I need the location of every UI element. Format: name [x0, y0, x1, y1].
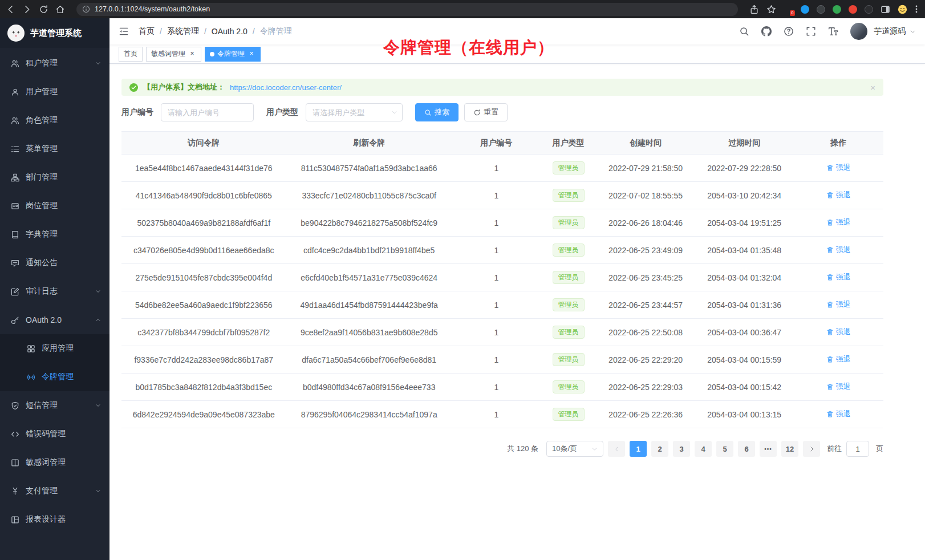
- force-logout-button[interactable]: 强退: [826, 382, 851, 392]
- sidebar-item-dict[interactable]: 字典管理: [0, 220, 109, 249]
- delete-icon: [826, 246, 834, 254]
- github-icon[interactable]: [761, 26, 772, 36]
- profile-avatar-icon[interactable]: [898, 5, 907, 14]
- user-type-select[interactable]: [306, 103, 403, 121]
- search-button[interactable]: 搜索: [415, 103, 459, 121]
- side-panel-icon[interactable]: [881, 5, 890, 14]
- sidebar-item-label: 应用管理: [42, 343, 102, 354]
- user-id-input[interactable]: [161, 103, 254, 121]
- sidebar-item-oauth2-app[interactable]: 应用管理: [0, 334, 109, 363]
- sidebar-item-role[interactable]: 角色管理: [0, 106, 109, 135]
- close-icon[interactable]: ×: [870, 83, 875, 92]
- sidebar-item-post[interactable]: 岗位管理: [0, 192, 109, 220]
- menu-fold-icon[interactable]: [119, 26, 129, 36]
- info-icon[interactable]: [82, 5, 90, 13]
- breadcrumb-separator: /: [253, 27, 255, 36]
- sidebar-item-oauth2-token[interactable]: 令牌管理: [0, 363, 109, 391]
- sidebar-item-sensitive-word[interactable]: 敏感词管理: [0, 448, 109, 477]
- search-icon[interactable]: [739, 26, 749, 36]
- sidebar-item-dept[interactable]: 部门管理: [0, 163, 109, 192]
- access-token-cell: 502375b8040a469a9b82188afdf6af1f: [121, 209, 286, 237]
- sidebar-item-pay[interactable]: 支付管理: [0, 477, 109, 505]
- tab-token[interactable]: 令牌管理 ×: [205, 47, 261, 62]
- back-icon[interactable]: [6, 5, 15, 14]
- extension-dark-icon[interactable]: [817, 5, 825, 14]
- goto-page-input[interactable]: [846, 441, 869, 457]
- force-logout-button[interactable]: 强退: [826, 327, 851, 337]
- sidebar-menu: 租户管理 用户管理 角色管理 菜单管理 部门管理 岗位管理: [0, 48, 109, 560]
- search-icon: [424, 109, 432, 116]
- font-size-icon[interactable]: [828, 26, 838, 36]
- force-logout-button[interactable]: 强退: [826, 163, 851, 173]
- close-icon[interactable]: ×: [248, 50, 255, 58]
- tab-sensitive-word[interactable]: 敏感词管理 ×: [146, 47, 201, 62]
- sidebar-item-tenant[interactable]: 租户管理: [0, 49, 109, 78]
- extension-badge: 0: [790, 10, 795, 16]
- user-id-cell: 1: [452, 319, 541, 346]
- page-size-select[interactable]: 10条/页: [546, 441, 603, 457]
- breadcrumb-item-home[interactable]: 首页: [139, 26, 155, 36]
- sidebar-item-oauth2[interactable]: OAuth 2.0: [0, 306, 109, 334]
- page-button-2[interactable]: 2: [651, 441, 668, 457]
- sidebar-item-notice[interactable]: 通知公告: [0, 249, 109, 277]
- help-icon[interactable]: [784, 26, 794, 36]
- col-refresh-token: 刷新令牌: [286, 132, 452, 155]
- extension-green-icon[interactable]: [833, 5, 841, 14]
- force-logout-button[interactable]: 强退: [826, 245, 851, 255]
- access-token-cell: c347026e805e4d99b0d116eae66eda8c: [121, 237, 286, 264]
- user-type-select-input[interactable]: [306, 103, 403, 121]
- sidebar-item-menu[interactable]: 菜单管理: [0, 135, 109, 163]
- user-id-cell: 1: [452, 237, 541, 264]
- sidebar-item-user[interactable]: 用户管理: [0, 78, 109, 106]
- force-logout-button[interactable]: 强退: [826, 354, 851, 364]
- breadcrumb-item-system[interactable]: 系统管理: [167, 26, 199, 36]
- page-ellipsis-button[interactable]: •••: [760, 441, 777, 457]
- force-logout-button[interactable]: 强退: [826, 217, 851, 228]
- page-button-3[interactable]: 3: [673, 441, 690, 457]
- sidebar-item-label: 租户管理: [26, 58, 88, 68]
- username[interactable]: 芋道源码: [874, 26, 906, 36]
- page-button-5[interactable]: 5: [716, 441, 733, 457]
- tab-home[interactable]: 首页: [119, 47, 143, 62]
- extension-adblock-icon[interactable]: 0: [784, 5, 793, 14]
- forward-icon[interactable]: [22, 5, 32, 14]
- breadcrumb-item-oauth2[interactable]: OAuth 2.0: [212, 27, 248, 36]
- page-button-4[interactable]: 4: [695, 441, 712, 457]
- sidebar-item-sms[interactable]: 短信管理: [0, 391, 109, 420]
- user-type-cell: 管理员: [541, 264, 597, 291]
- next-page-button[interactable]: [803, 441, 820, 457]
- user-avatar[interactable]: [850, 23, 867, 40]
- sidebar-item-error-code[interactable]: 错误码管理: [0, 420, 109, 448]
- page-button-6[interactable]: 6: [738, 441, 755, 457]
- layout-icon: [11, 516, 19, 524]
- action-cell: 强退: [793, 401, 883, 428]
- reset-button[interactable]: 重置: [464, 103, 508, 121]
- table-row: f9336e7c7dd242a283ee98dc86b17a87 dfa6c71…: [121, 346, 883, 374]
- user-type-badge: 管理员: [553, 326, 585, 338]
- table-row: 41c41346a548490f9dc8b01c6bfe0865 333ecfc…: [121, 182, 883, 209]
- force-logout-button[interactable]: 强退: [826, 299, 851, 310]
- force-logout-button[interactable]: 强退: [826, 272, 851, 282]
- home-icon[interactable]: [55, 5, 65, 14]
- sidebar-item-report-designer[interactable]: 报表设计器: [0, 505, 109, 534]
- fullscreen-icon[interactable]: [806, 26, 816, 36]
- prev-page-button[interactable]: [608, 441, 625, 457]
- sidebar-item-audit-log[interactable]: 审计日志: [0, 277, 109, 306]
- doc-link[interactable]: https://doc.iocoder.cn/user-center/: [230, 83, 342, 92]
- force-logout-button[interactable]: 强退: [826, 409, 851, 419]
- create-time-cell: 2022-06-25 22:29:20: [596, 346, 695, 374]
- close-icon[interactable]: ×: [188, 50, 196, 58]
- table-row: c342377bf8b344799dcbf7bf095287f2 9ce8ef2…: [121, 319, 883, 346]
- extension-blue-icon[interactable]: [801, 5, 809, 14]
- page-button-1[interactable]: 1: [630, 441, 647, 457]
- breadcrumb-separator: /: [160, 27, 162, 36]
- more-vertical-icon[interactable]: [915, 5, 918, 14]
- extension-red-icon[interactable]: [849, 5, 857, 14]
- extension-gray-icon[interactable]: [865, 5, 873, 14]
- force-logout-button[interactable]: 强退: [826, 190, 851, 200]
- page-button-12[interactable]: 12: [781, 441, 798, 457]
- share-icon[interactable]: [749, 5, 759, 14]
- refresh-icon[interactable]: [39, 5, 48, 14]
- address-bar[interactable]: 127.0.0.1:1024/system/oauth2/token: [76, 3, 738, 16]
- bookmark-star-icon[interactable]: [766, 5, 776, 14]
